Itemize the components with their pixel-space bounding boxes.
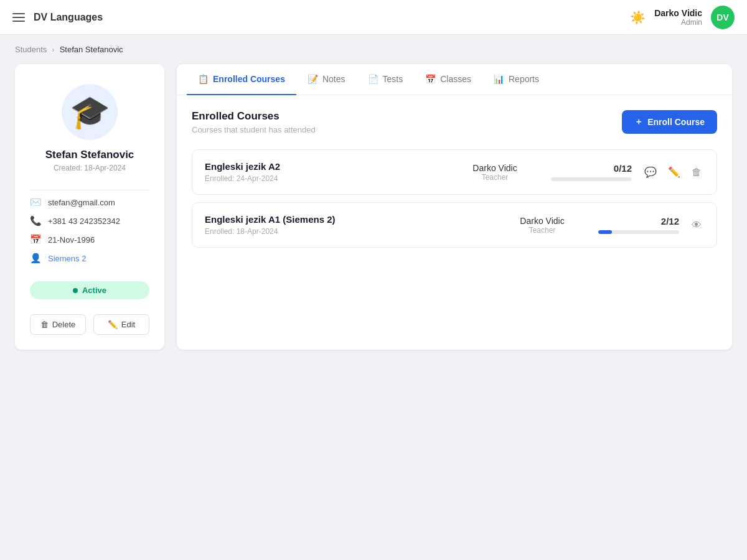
student-avatar-icon: 🎓 [70, 93, 110, 131]
student-name: Stefan Stefanovic [45, 149, 134, 161]
course-info-1: Engleski jezik A1 (Siemens 2) Enrolled: … [205, 214, 505, 236]
tab-classes[interactable]: 📅 Classes [414, 64, 482, 95]
course-progress-1: 2/12 [580, 216, 679, 234]
course-actions-0: 💬 ✏️ 🗑 [642, 164, 704, 180]
section-subtitle: Courses that student has attended [192, 125, 316, 134]
student-avatar: 🎓 [62, 84, 118, 140]
divider [30, 190, 149, 190]
tests-tab-label: Tests [383, 74, 403, 84]
progress-count-1: 2/12 [661, 216, 679, 226]
teacher-label-0: Teacher [458, 173, 532, 182]
course-progress-0: 0/12 [532, 163, 632, 181]
teacher-name-0: Darko Vidic [458, 163, 532, 173]
progress-count-0: 0/12 [614, 163, 632, 174]
status-label: Active [82, 286, 106, 295]
top-navigation: DV Languages ☀️ Darko Vidic Admin DV [0, 0, 747, 35]
section-title-group: Enrolled Courses Courses that student ha… [192, 110, 316, 134]
course-actions-1: 👁 [689, 217, 704, 233]
course-name-1: Engleski jezik A1 (Siemens 2) [205, 214, 505, 225]
delete-label: Delete [52, 320, 76, 329]
edit-icon: ✏️ [108, 320, 118, 329]
edit-label: Edit [121, 320, 135, 329]
student-email: stefan@gmail.com [48, 198, 115, 207]
classes-tab-label: Classes [440, 74, 471, 84]
user-name: Darko Vidic [654, 8, 702, 18]
tests-tab-icon: 📄 [368, 74, 378, 84]
status-dot [73, 288, 78, 293]
breadcrumb-separator: › [52, 45, 54, 54]
email-icon: ✉️ [30, 197, 42, 208]
student-email-row: ✉️ stefan@gmail.com [30, 197, 149, 208]
course-teacher-0: Darko Vidic Teacher [458, 163, 532, 182]
notes-tab-icon: 📝 [308, 74, 318, 84]
progress-bar-wrap-0 [551, 177, 632, 181]
comment-action-0[interactable]: 💬 [642, 164, 659, 180]
section-title: Enrolled Courses [192, 110, 316, 123]
group-icon: 👤 [30, 253, 42, 264]
tab-notes[interactable]: 📝 Notes [296, 64, 357, 95]
course-enrolled-0: Enrolled: 24-Apr-2024 [205, 174, 458, 183]
trash-icon: 🗑 [40, 320, 49, 329]
course-card-1: Engleski jezik A1 (Siemens 2) Enrolled: … [192, 202, 717, 248]
teacher-label-1: Teacher [505, 226, 580, 235]
view-action-1[interactable]: 👁 [689, 217, 704, 233]
course-info-0: Engleski jezik A2 Enrolled: 24-Apr-2024 [205, 161, 458, 183]
calendar-icon: 📅 [30, 234, 42, 245]
notes-tab-label: Notes [322, 74, 345, 84]
progress-bar-fill-1 [598, 230, 612, 234]
action-row: 🗑 Delete ✏️ Edit [30, 314, 149, 335]
breadcrumb: Students › Stefan Stefanovic [0, 35, 747, 64]
breadcrumb-current: Stefan Stefanovic [60, 45, 123, 54]
enroll-button-label: Enroll Course [647, 117, 705, 127]
user-role: Admin [654, 18, 702, 27]
course-teacher-1: Darko Vidic Teacher [505, 216, 580, 235]
status-badge: Active [30, 281, 149, 299]
student-profile-card: 🎓 Stefan Stefanovic Created: 18-Apr-2024… [15, 64, 164, 350]
plus-icon: ＋ [634, 116, 643, 128]
enroll-course-button[interactable]: ＋ Enroll Course [622, 110, 717, 134]
delete-button[interactable]: 🗑 Delete [30, 314, 86, 335]
enrolled-tab-icon: 📋 [198, 74, 209, 84]
nav-right: ☀️ Darko Vidic Admin DV [630, 6, 735, 29]
nav-left: DV Languages [12, 12, 103, 23]
tab-reports[interactable]: 📊 Reports [482, 64, 550, 95]
reports-tab-icon: 📊 [494, 74, 504, 84]
theme-toggle-icon[interactable]: ☀️ [630, 10, 646, 25]
course-enrolled-1: Enrolled: 18-Apr-2024 [205, 227, 505, 236]
student-created: Created: 18-Apr-2024 [54, 164, 126, 172]
reports-tab-label: Reports [509, 74, 539, 84]
student-dob-row: 📅 21-Nov-1996 [30, 234, 149, 245]
teacher-name-1: Darko Vidic [505, 216, 580, 226]
edit-action-0[interactable]: ✏️ [665, 164, 683, 180]
app-logo: DV Languages [34, 12, 103, 23]
enrolled-courses-content: Enrolled Courses Courses that student ha… [177, 95, 732, 270]
delete-action-0[interactable]: 🗑 [689, 164, 704, 180]
section-header: Enrolled Courses Courses that student ha… [192, 110, 717, 134]
student-detail-card: 📋 Enrolled Courses 📝 Notes 📄 Tests 📅 Cla… [177, 64, 732, 350]
student-phone: +381 43 242352342 [48, 217, 120, 226]
user-avatar[interactable]: DV [711, 6, 735, 29]
student-group-row: 👤 Siemens 2 [30, 253, 149, 264]
student-dob: 21-Nov-1996 [48, 235, 95, 245]
user-info: Darko Vidic Admin [654, 8, 702, 27]
student-phone-row: 📞 +381 43 242352342 [30, 215, 149, 226]
student-group[interactable]: Siemens 2 [48, 254, 86, 263]
hamburger-menu[interactable] [12, 13, 25, 22]
course-name-0: Engleski jezik A2 [205, 161, 458, 172]
main-content: 🎓 Stefan Stefanovic Created: 18-Apr-2024… [0, 64, 747, 365]
enrolled-tab-label: Enrolled Courses [213, 74, 285, 84]
progress-bar-wrap-1 [598, 230, 679, 234]
phone-icon: 📞 [30, 215, 42, 226]
course-card-0: Engleski jezik A2 Enrolled: 24-Apr-2024 … [192, 149, 717, 195]
edit-button[interactable]: ✏️ Edit [93, 314, 149, 335]
tab-tests[interactable]: 📄 Tests [357, 64, 415, 95]
tab-bar: 📋 Enrolled Courses 📝 Notes 📄 Tests 📅 Cla… [177, 64, 732, 95]
breadcrumb-students[interactable]: Students [15, 45, 47, 54]
classes-tab-icon: 📅 [425, 74, 436, 84]
tab-enrolled-courses[interactable]: 📋 Enrolled Courses [187, 64, 296, 95]
